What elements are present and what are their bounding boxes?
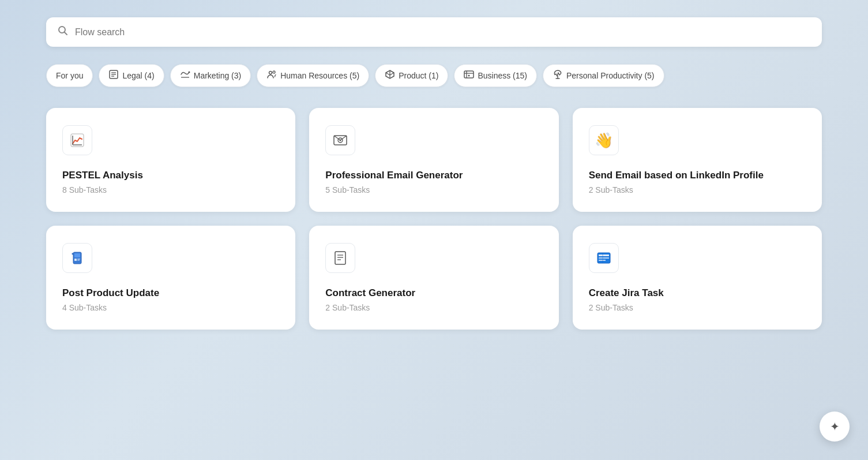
cards-grid: PESTEL Analysis 8 Sub-Tasks Professional… (46, 108, 822, 330)
svg-rect-27 (77, 259, 80, 260)
svg-rect-37 (599, 257, 609, 259)
card-title-product-update: Post Product Update (62, 287, 279, 300)
fab-icon: ✦ (830, 420, 840, 433)
svg-point-6 (188, 72, 190, 73)
svg-rect-10 (464, 71, 474, 78)
card-title-linkedin-email: Send Email based on LinkedIn Profile (589, 169, 806, 182)
tag-personal-productivity[interactable]: Personal Productivity (5) (543, 64, 664, 87)
tag-for-you[interactable]: For you (46, 64, 93, 87)
tag-label: For you (56, 71, 83, 80)
card-subtitle-pestel: 8 Sub-Tasks (62, 185, 279, 195)
tag-legal[interactable]: Legal (4) (99, 64, 164, 87)
human-resources-icon (266, 69, 277, 82)
card-title-email-gen: Professional Email Generator (325, 169, 542, 182)
product-icon (385, 69, 395, 82)
card-title-pestel: PESTEL Analysis (62, 169, 279, 182)
card-icon-email-gen (325, 125, 355, 155)
card-title-contract-gen: Contract Generator (325, 287, 542, 300)
svg-rect-36 (599, 255, 609, 256)
tag-marketing[interactable]: Marketing (3) (170, 64, 251, 87)
svg-rect-29 (335, 252, 345, 264)
card-linkedin-email[interactable]: 👋 Send Email based on LinkedIn Profile 2… (573, 108, 822, 212)
card-icon-pestel (62, 125, 92, 155)
svg-rect-26 (74, 259, 77, 261)
search-input[interactable] (75, 27, 810, 38)
card-subtitle-product-update: 4 Sub-Tasks (62, 303, 279, 312)
search-bar (46, 17, 822, 47)
card-subtitle-email-gen: 5 Sub-Tasks (325, 185, 542, 195)
card-subtitle-linkedin-email: 2 Sub-Tasks (589, 185, 806, 195)
tag-label: Personal Productivity (5) (566, 71, 655, 80)
tag-business[interactable]: Business (15) (454, 64, 537, 87)
tag-human-resources[interactable]: Human Resources (5) (257, 64, 369, 87)
tag-label: Marketing (3) (194, 71, 241, 80)
svg-point-9 (273, 71, 275, 73)
svg-line-1 (65, 32, 67, 35)
svg-point-8 (269, 72, 272, 74)
personal-productivity-icon (553, 69, 563, 82)
tag-label: Human Resources (5) (280, 71, 359, 80)
tag-product[interactable]: Product (1) (375, 64, 448, 87)
card-email-gen[interactable]: Professional Email Generator 5 Sub-Tasks (309, 108, 558, 212)
card-contract-gen[interactable]: Contract Generator 2 Sub-Tasks (309, 226, 558, 330)
fab-ai-button[interactable]: ✦ (820, 412, 850, 442)
card-product-update[interactable]: Post Product Update 4 Sub-Tasks (46, 226, 295, 330)
business-icon (464, 69, 474, 82)
tag-label: Product (1) (399, 71, 438, 80)
svg-rect-25 (74, 253, 80, 257)
svg-rect-38 (599, 260, 606, 261)
svg-point-13 (468, 75, 470, 77)
card-subtitle-contract-gen: 2 Sub-Tasks (325, 303, 542, 312)
card-pestel[interactable]: PESTEL Analysis 8 Sub-Tasks (46, 108, 295, 212)
marketing-icon (180, 69, 190, 82)
filter-tags: For you Legal (4) Marketing (3) (46, 64, 822, 87)
card-icon-jira-task (589, 243, 619, 273)
svg-rect-28 (77, 260, 80, 261)
card-title-jira-task: Create Jira Task (589, 287, 806, 300)
card-icon-contract-gen (325, 243, 355, 273)
card-icon-product-update (62, 243, 92, 273)
search-icon (58, 25, 68, 39)
tag-label: Business (15) (478, 71, 527, 80)
card-subtitle-jira-task: 2 Sub-Tasks (589, 303, 806, 312)
card-jira-task[interactable]: Create Jira Task 2 Sub-Tasks (573, 226, 822, 330)
card-icon-linkedin-email: 👋 (589, 125, 619, 155)
legal-icon (108, 69, 119, 82)
tag-label: Legal (4) (122, 71, 154, 80)
